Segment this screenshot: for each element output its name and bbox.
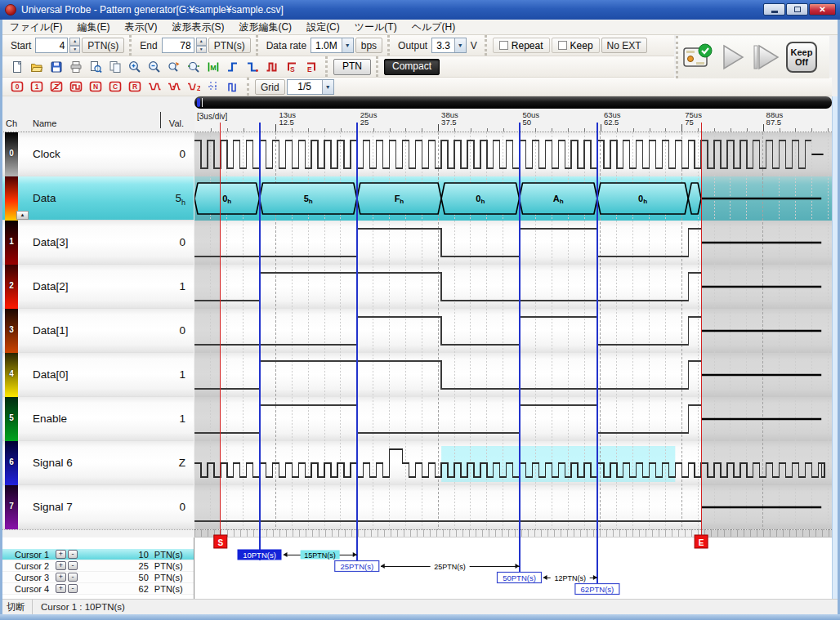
menu-item[interactable]: 設定(C): [299, 20, 347, 35]
edge-rise-icon[interactable]: [224, 58, 242, 76]
expand-bus-button[interactable]: ▲: [16, 211, 29, 220]
grid-select[interactable]: 1/5▼: [287, 79, 334, 95]
minor-tick: [454, 128, 455, 132]
open-folder-icon[interactable]: [28, 58, 46, 76]
set-r-icon[interactable]: R: [126, 78, 144, 96]
no-ext-indicator[interactable]: No EXT: [601, 38, 647, 53]
cursor-row-1[interactable]: Cursor 1+-10PTN(s): [0, 549, 194, 560]
keep-off-button[interactable]: Keep Off: [786, 42, 817, 73]
set-toggle-icon[interactable]: [67, 78, 85, 96]
marker-m-icon[interactable]: M: [204, 58, 222, 76]
cursor-minus-button[interactable]: -: [68, 550, 78, 559]
ptn-button[interactable]: PTN: [333, 59, 371, 75]
run-button[interactable]: [721, 44, 745, 70]
compact-button[interactable]: Compact: [384, 59, 440, 75]
copy-icon[interactable]: [106, 58, 124, 76]
step-run-button[interactable]: [752, 44, 780, 70]
output-select[interactable]: 3.3▼: [431, 38, 467, 53]
cursor-row-4[interactable]: Cursor 4+-62PTN(s): [0, 583, 194, 595]
set-0-icon[interactable]: 0: [8, 78, 26, 96]
svg-text:E: E: [307, 65, 312, 73]
start-spinner[interactable]: ▲▼: [69, 38, 80, 53]
set-z-icon[interactable]: Z: [47, 78, 65, 96]
cursor-row-2[interactable]: Cursor 2+-25PTN(s): [0, 560, 194, 572]
cursor-value: 10: [79, 550, 149, 560]
minor-tick: [227, 128, 228, 132]
channel-row-Data[interactable]: Data5h▲: [0, 176, 194, 221]
edge-start-icon[interactable]: S: [283, 58, 301, 76]
channel-value: 1: [179, 368, 185, 381]
menu-item[interactable]: 波形表示(S): [164, 20, 231, 35]
menu-item[interactable]: ファイル(F): [2, 20, 69, 35]
grid-dashed-icon[interactable]: [204, 78, 222, 96]
minor-tick: [373, 128, 374, 132]
grid-solid-icon[interactable]: [224, 78, 242, 96]
menu-item[interactable]: 波形編集(C): [231, 20, 299, 35]
start-group: Start 4 ▲▼ PTN(s): [2, 35, 129, 56]
cursor-minus-button[interactable]: -: [68, 584, 78, 593]
set-1-icon[interactable]: 1: [28, 78, 46, 96]
channel-row-Clock[interactable]: 0Clock0: [0, 132, 194, 176]
print-icon[interactable]: [67, 58, 85, 76]
cursor-plus-button[interactable]: +: [56, 550, 66, 559]
set-n-icon[interactable]: N: [87, 78, 105, 96]
bus-z-icon[interactable]: Z: [185, 78, 203, 96]
cursor-row-3[interactable]: Cursor 3+-50PTN(s): [0, 572, 194, 583]
maximize-button[interactable]: [786, 3, 808, 16]
print-preview-icon[interactable]: [87, 58, 105, 76]
bus-plain-icon[interactable]: [145, 78, 163, 96]
start-input[interactable]: 4: [35, 38, 68, 53]
bus-value-icon[interactable]: [165, 78, 183, 96]
cursor-value: 62: [79, 584, 149, 594]
menu-item[interactable]: ヘルプ(H): [404, 20, 463, 35]
waveform-nav-bar[interactable]: [194, 96, 832, 109]
cursor-minus-button[interactable]: -: [68, 561, 78, 570]
channel-row-Signal6[interactable]: 6Signal 6Z: [0, 441, 194, 485]
new-file-icon[interactable]: [8, 58, 26, 76]
repeat-checkbox[interactable]: Repeat: [493, 38, 550, 53]
cursor-plus-button[interactable]: +: [56, 573, 66, 582]
edge-invert-icon[interactable]: [263, 58, 281, 76]
minor-tick: [422, 128, 422, 132]
keep-checkbox[interactable]: Keep: [552, 38, 600, 53]
set-c-icon[interactable]: C: [106, 78, 124, 96]
column-divider[interactable]: [160, 112, 161, 128]
title-bar: Universal Probe - Pattern generator[G:¥s…: [0, 0, 840, 20]
channel-row-Data0[interactable]: 4Data[0]1: [0, 353, 194, 397]
data-rate-select[interactable]: 1.0M▼: [311, 38, 354, 53]
time-ruler[interactable]: [3us/div]13us12.525us2538us37.550us5063u…: [194, 109, 832, 132]
bottom-tick-ruler: [194, 529, 832, 537]
zoom-select-icon[interactable]: [165, 58, 183, 76]
menu-item[interactable]: 編集(E): [69, 20, 117, 35]
end-spinner[interactable]: ▲▼: [196, 38, 207, 53]
waveform-area[interactable]: 0h5hFh0hAh0h: [194, 132, 832, 529]
save-icon[interactable]: [47, 58, 65, 76]
channel-row-Signal7[interactable]: 7Signal 70: [0, 485, 194, 529]
minimize-button[interactable]: [763, 3, 785, 16]
nav-thumb[interactable]: [197, 98, 200, 107]
edge-end-icon[interactable]: E: [302, 58, 320, 76]
minor-tick: [698, 128, 699, 132]
cursor-plus-button[interactable]: +: [56, 561, 66, 570]
cursor-minus-button[interactable]: -: [68, 573, 78, 582]
channel-row-Data2[interactable]: 2Data[2]1: [0, 265, 194, 309]
checkbox-icon: [558, 41, 567, 50]
channel-list: 0Clock0Data5h▲1Data[3]02Data[2]13Data[1]…: [0, 132, 194, 529]
channel-row-Data3[interactable]: 1Data[3]0: [0, 221, 194, 265]
vertical-scrollbar[interactable]: [832, 96, 838, 599]
zoom-out-icon[interactable]: [145, 58, 163, 76]
close-button[interactable]: ✕: [809, 3, 836, 16]
menu-item[interactable]: ツール(T): [347, 20, 404, 35]
minor-tick: [292, 128, 293, 132]
cursor-plus-button[interactable]: +: [56, 584, 66, 593]
menu-item[interactable]: 表示(V): [117, 20, 164, 35]
zoom-in-icon[interactable]: [126, 58, 144, 76]
edge-fall-icon[interactable]: [244, 58, 261, 76]
minor-tick: [405, 128, 406, 132]
end-input[interactable]: 78: [162, 38, 194, 53]
zoom-fit-icon[interactable]: [185, 58, 203, 76]
channel-row-Enable[interactable]: 5Enable1: [0, 397, 194, 441]
major-tick: [438, 124, 439, 132]
channel-row-Data1[interactable]: 3Data[1]0: [0, 309, 194, 353]
chevron-down-icon: ▼: [342, 38, 353, 52]
